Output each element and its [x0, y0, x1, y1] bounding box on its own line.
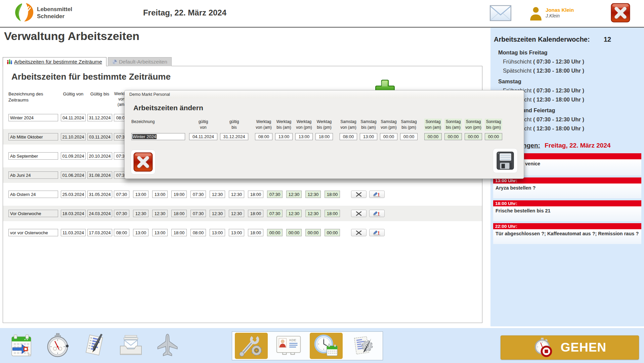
- tab-arbeitszeiten-zeitraeume[interactable]: Arbeitszeiten für bestimmte Zeiträume: [3, 57, 106, 66]
- dialog-input-werktag-bis-am[interactable]: 13:00: [275, 133, 293, 140]
- dialog-input-gueltig-von[interactable]: 04.11.2024: [189, 133, 217, 140]
- dialog-field-sonntag-bis-am: Sonntag bis (am)00:00: [444, 119, 462, 140]
- edit-row-button[interactable]: !: [369, 191, 385, 198]
- valid-from-input[interactable]: 11.03.2024: [61, 229, 86, 236]
- valid-from-input[interactable]: 01.06.2024: [61, 171, 86, 179]
- valid-to-input[interactable]: 17.03.2024: [87, 229, 112, 236]
- dialog-title: Arbeitszeiten ändern: [133, 104, 203, 112]
- dialog-input-samstag-von-am[interactable]: 08:00: [340, 133, 357, 140]
- close-icon[interactable]: [611, 3, 630, 23]
- period-name-input[interactable]: Ab Juni 24: [8, 171, 58, 179]
- mail-icon[interactable]: [490, 5, 511, 21]
- edit-row-button[interactable]: !: [369, 210, 385, 217]
- time-input[interactable]: 08:00: [114, 229, 129, 236]
- dialog-input-sonntag-bis-pm[interactable]: 00:00: [485, 133, 502, 140]
- time-input[interactable]: 18:00: [171, 210, 187, 217]
- clock-calendar-button[interactable]: [310, 333, 343, 359]
- time-input[interactable]: 13:00: [152, 229, 168, 236]
- period-name-input[interactable]: vor vor Osterwoche: [8, 229, 58, 236]
- valid-to-input[interactable]: 20.10.2024: [87, 152, 112, 160]
- period-name-input[interactable]: Vor Osterwoche: [8, 210, 58, 217]
- time-input[interactable]: 12:30: [229, 210, 244, 217]
- dialog-field-label: gültig von: [189, 119, 217, 131]
- time-input[interactable]: 13:00: [152, 191, 168, 198]
- time-input[interactable]: 19:00: [171, 191, 187, 198]
- dialog-input-werktag-von-am[interactable]: 08:00: [255, 133, 272, 140]
- dialog-input-samstag-bis-pm[interactable]: 00:00: [400, 133, 418, 140]
- period-name-input[interactable]: Ab Ostern 24: [8, 191, 58, 198]
- period-name-input[interactable]: Ab Mitte Oktober: [8, 133, 58, 140]
- time-input[interactable]: 07:30: [267, 191, 283, 198]
- time-input[interactable]: 18:00: [325, 191, 340, 198]
- shift-time: ( 07:30 - 12:30 Uhr ): [533, 116, 584, 122]
- time-input[interactable]: 12:30: [229, 191, 244, 198]
- time-input[interactable]: 12:30: [305, 210, 321, 217]
- time-input[interactable]: 07:30: [190, 191, 206, 198]
- tools-button[interactable]: [235, 333, 268, 359]
- delete-row-button[interactable]: [351, 210, 367, 217]
- time-input[interactable]: 12:30: [210, 191, 225, 198]
- time-input[interactable]: 00:00: [267, 229, 283, 236]
- calendar-arrow-icon[interactable]: [8, 333, 34, 358]
- time-input[interactable]: 07:30: [114, 191, 129, 198]
- period-name-input[interactable]: Ab September: [8, 152, 58, 160]
- time-input[interactable]: 13:00: [133, 229, 148, 236]
- time-input[interactable]: 18:00: [248, 191, 263, 198]
- dialog-input-sonntag-von-pm[interactable]: 00:00: [465, 133, 482, 140]
- save-button[interactable]: [493, 148, 518, 173]
- valid-to-input[interactable]: 31.08.2024: [87, 171, 112, 179]
- dialog-input-samstag-von-pm[interactable]: 00:00: [380, 133, 397, 140]
- mail-tray-icon[interactable]: [118, 333, 143, 358]
- time-input[interactable]: 07:30: [267, 210, 283, 217]
- cancel-button[interactable]: [131, 150, 156, 174]
- dialog-input-werktag-von-pm[interactable]: 13:00: [295, 133, 313, 140]
- dialog-input-gueltig-bis[interactable]: 31.12.2024: [220, 133, 248, 140]
- dialog-input-samstag-bis-am[interactable]: 13:00: [360, 133, 377, 140]
- valid-from-input[interactable]: 01.09.2024: [61, 152, 86, 160]
- time-input[interactable]: 12:30: [305, 191, 321, 198]
- time-input[interactable]: 00:00: [305, 229, 321, 236]
- column-header-name: Bezeichnung des Zeitraums: [8, 91, 58, 103]
- stopwatch-icon[interactable]: [45, 333, 70, 358]
- valid-from-input[interactable]: 25.03.2024: [61, 191, 86, 198]
- delete-row-button[interactable]: [351, 229, 367, 236]
- time-input[interactable]: 00:00: [286, 229, 302, 236]
- valid-from-input[interactable]: 04.11.2024: [61, 114, 86, 121]
- notes-pen-icon[interactable]: [82, 333, 107, 358]
- time-input[interactable]: 13:00: [210, 229, 225, 236]
- time-input[interactable]: 13:00: [229, 229, 244, 236]
- valid-to-input[interactable]: 24.03.2024: [87, 210, 112, 217]
- tab-default-arbeitszeiten[interactable]: Default-Arbeitszeiten: [108, 57, 172, 66]
- time-input[interactable]: 12:30: [133, 210, 148, 217]
- notes-gear-button[interactable]: [347, 333, 380, 359]
- period-name-input[interactable]: Winter 2024: [8, 114, 58, 121]
- dialog-input-sonntag-von-am[interactable]: 00:00: [424, 133, 442, 140]
- dialog-titlebar[interactable]: Demo Markt Personal: [125, 90, 524, 98]
- dialog-input-werktag-bis-pm[interactable]: 18:00: [315, 133, 333, 140]
- edit-row-button[interactable]: !: [369, 229, 385, 236]
- time-input[interactable]: 08:00: [190, 229, 206, 236]
- time-input[interactable]: 12:30: [286, 210, 302, 217]
- valid-to-input[interactable]: 31.12.2024: [87, 114, 112, 121]
- time-input[interactable]: 12:30: [210, 210, 225, 217]
- airplane-icon[interactable]: [155, 333, 180, 358]
- dialog-input-sonntag-bis-am[interactable]: 00:00: [444, 133, 462, 140]
- time-input[interactable]: 18:00: [325, 210, 340, 217]
- time-input[interactable]: 18:00: [248, 229, 263, 236]
- valid-from-input[interactable]: 21.10.2024: [61, 133, 86, 140]
- valid-to-input[interactable]: 03.11.2024: [87, 133, 112, 140]
- time-input[interactable]: 18:00: [171, 229, 187, 236]
- time-input[interactable]: 07:30: [190, 210, 206, 217]
- time-input[interactable]: 00:00: [325, 229, 340, 236]
- time-input[interactable]: 12:30: [286, 191, 302, 198]
- id-card-button[interactable]: KDE: [272, 333, 305, 359]
- time-input[interactable]: 18:00: [248, 210, 263, 217]
- gehen-button[interactable]: GEHEN: [501, 335, 639, 360]
- time-input[interactable]: 13:00: [133, 191, 148, 198]
- valid-to-input[interactable]: 31.05.2024: [87, 191, 112, 198]
- time-input[interactable]: 12:30: [152, 210, 168, 217]
- time-input[interactable]: 07:30: [114, 210, 129, 217]
- delete-row-button[interactable]: [351, 191, 367, 198]
- valid-from-input[interactable]: 18.03.2024: [61, 210, 86, 217]
- dialog-input-bezeichnung[interactable]: Winter 2024: [131, 133, 185, 140]
